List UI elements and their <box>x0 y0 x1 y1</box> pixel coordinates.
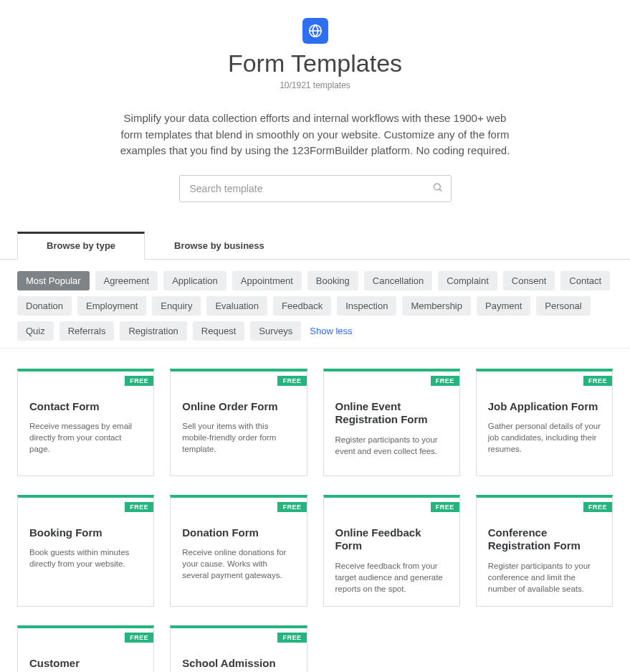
filter-chip-membership[interactable]: Membership <box>402 296 471 316</box>
filter-chip-request[interactable]: Request <box>193 321 244 341</box>
filter-chip-cancellation[interactable]: Cancellation <box>364 271 433 290</box>
filter-chip-feedback[interactable]: Feedback <box>273 296 331 316</box>
template-card-grid: FREEContact FormReceive messages by emai… <box>0 349 630 673</box>
card-description: Sell your items with this mobile-friendl… <box>182 420 295 455</box>
card-title: Donation Form <box>182 526 295 540</box>
card-description: Book guests within minutes directly from… <box>29 546 142 569</box>
filter-chip-donation[interactable]: Donation <box>17 296 72 316</box>
filter-chip-referrals[interactable]: Referrals <box>59 321 115 341</box>
card-title: Job Application Form <box>488 400 601 414</box>
template-card[interactable]: FREEJob Application FormGather personal … <box>476 369 613 476</box>
free-badge: FREE <box>277 502 306 512</box>
template-card[interactable]: FREESchool Admission FormGather student … <box>170 625 307 672</box>
template-count: 10/1921 templates <box>14 80 616 90</box>
template-card[interactable]: FREEOnline Feedback FormReceive feedback… <box>323 495 460 607</box>
card-title: Booking Form <box>29 526 142 540</box>
tab-browse-by-business[interactable]: Browse by business <box>145 232 294 260</box>
template-card[interactable]: FREEContact FormReceive messages by emai… <box>17 369 154 476</box>
filter-chip-contact[interactable]: Contact <box>560 271 610 290</box>
filter-chip-enquiry[interactable]: Enquiry <box>152 296 201 316</box>
filter-chip-inspection[interactable]: Inspection <box>337 296 396 316</box>
tabs-row: Browse by typeBrowse by business <box>0 231 630 260</box>
filter-chip-application[interactable]: Application <box>163 271 226 290</box>
free-badge: FREE <box>125 376 153 386</box>
card-title: Customer Satisfaction Survey <box>29 657 142 672</box>
free-badge: FREE <box>125 502 153 512</box>
filter-chip-personal[interactable]: Personal <box>536 296 590 316</box>
template-card[interactable]: FREECustomer Satisfaction SurveyRate you… <box>17 625 154 672</box>
free-badge: FREE <box>431 502 459 512</box>
filter-chip-employment[interactable]: Employment <box>77 296 146 316</box>
free-badge: FREE <box>583 502 612 512</box>
tab-browse-by-type[interactable]: Browse by type <box>17 232 145 260</box>
card-title: School Admission Form <box>182 657 295 672</box>
card-title: Conference Registration Form <box>488 526 601 554</box>
filter-chip-consent[interactable]: Consent <box>503 271 555 290</box>
template-card[interactable]: FREEOnline Event Registration FormRegist… <box>323 369 460 476</box>
filter-chip-appointment[interactable]: Appointment <box>232 271 302 290</box>
card-title: Online Feedback Form <box>335 526 448 554</box>
filter-chip-booking[interactable]: Booking <box>307 271 358 290</box>
filter-chip-payment[interactable]: Payment <box>477 296 530 316</box>
filter-chip-agreement[interactable]: Agreement <box>95 271 158 290</box>
globe-icon <box>302 18 328 44</box>
hero-section: Form Templates 10/1921 templates Simplif… <box>0 0 630 224</box>
card-description: Receive feedback from your target audien… <box>335 560 448 595</box>
card-description: Register participants to your event and … <box>335 434 448 457</box>
template-card[interactable]: FREEConference Registration FormRegister… <box>476 495 613 607</box>
card-description: Receive messages by email directly from … <box>29 420 142 455</box>
template-card[interactable]: FREEDonation FormReceive online donation… <box>170 495 307 607</box>
card-description: Receive online donations for your cause.… <box>182 546 295 581</box>
filter-chip-registration[interactable]: Registration <box>120 321 186 341</box>
search-icon[interactable] <box>432 181 443 195</box>
free-badge: FREE <box>277 376 306 386</box>
free-badge: FREE <box>277 633 306 643</box>
filter-chip-surveys[interactable]: Surveys <box>250 321 301 341</box>
show-less-link[interactable]: Show less <box>307 321 355 341</box>
filter-chip-complaint[interactable]: Complaint <box>438 271 497 290</box>
free-badge: FREE <box>583 376 612 386</box>
filter-chip-evaluation[interactable]: Evaluation <box>206 296 267 316</box>
filter-chip-row: Most PopularAgreementApplicationAppointm… <box>0 260 630 349</box>
free-badge: FREE <box>125 633 153 643</box>
svg-line-2 <box>439 189 442 191</box>
card-title: Online Event Registration Form <box>335 400 448 427</box>
filter-chip-most-popular[interactable]: Most Popular <box>17 271 90 290</box>
filter-chip-quiz[interactable]: Quiz <box>17 321 54 341</box>
template-card[interactable]: FREEOnline Order FormSell your items wit… <box>170 369 307 476</box>
search-input[interactable] <box>179 175 452 202</box>
template-card[interactable]: FREEBooking FormBook guests within minut… <box>17 495 154 607</box>
card-description: Register participants to your conference… <box>488 560 601 595</box>
card-description: Gather personal details of your job cand… <box>488 420 601 455</box>
card-title: Contact Form <box>29 400 142 414</box>
search-wrap <box>179 175 452 202</box>
intro-text: Simplify your data collection efforts an… <box>115 110 516 159</box>
free-badge: FREE <box>431 376 459 386</box>
page-title: Form Templates <box>14 49 616 77</box>
card-title: Online Order Form <box>182 400 295 414</box>
